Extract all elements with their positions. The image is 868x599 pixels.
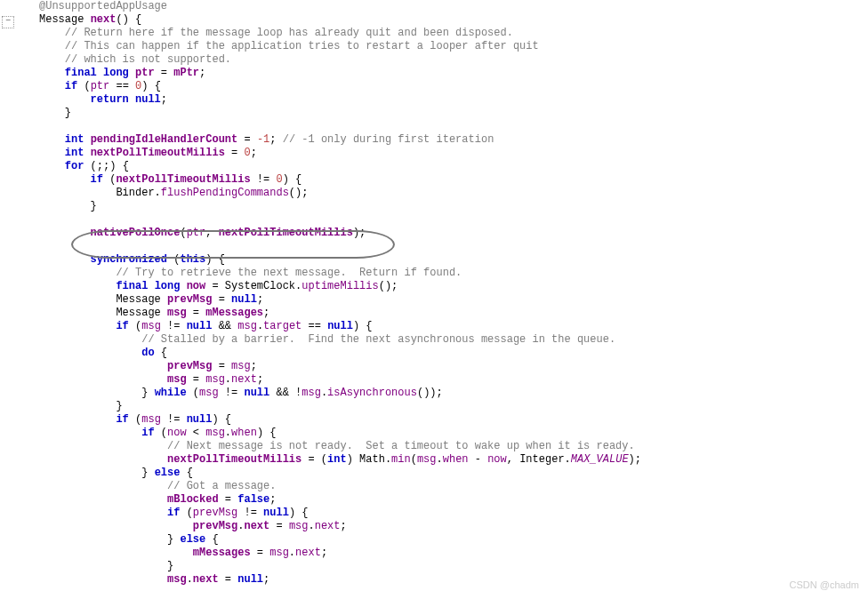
return-type: Message — [39, 13, 84, 26]
gutter: − — [0, 0, 18, 599]
annotation-name: UnsupportedAppUsage — [45, 0, 167, 12]
comment: // This can happen if the application tr… — [39, 40, 539, 52]
comment: // which is not supported. — [39, 53, 231, 66]
method-name: next — [91, 13, 117, 26]
fold-icon[interactable]: − — [2, 16, 14, 28]
code-block: @UnsupportedAppUsage Message next() { //… — [39, 0, 641, 587]
native-poll-once: nativePollOnce — [91, 227, 181, 239]
watermark: CSDN @chadm — [790, 579, 859, 592]
comment: // Return here if the message loop has a… — [39, 27, 513, 39]
sig-paren: () { — [116, 13, 141, 26]
